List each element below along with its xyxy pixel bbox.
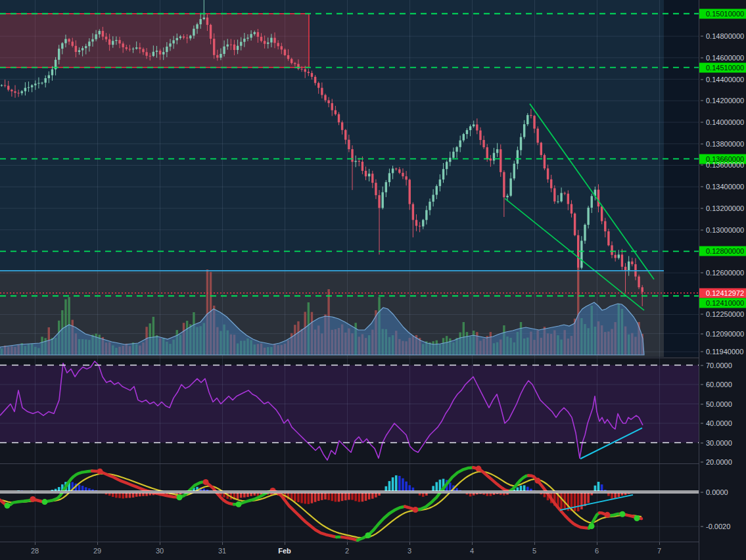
macd-histogram-bar	[338, 492, 340, 502]
price-tick-label: 0.14000000	[699, 118, 746, 128]
candle-body	[129, 49, 131, 49]
candle-body	[169, 43, 171, 47]
candle-body	[358, 161, 360, 162]
candle-body	[105, 37, 107, 39]
macd-histogram-bar	[395, 475, 398, 492]
macd-histogram-bar	[577, 492, 580, 511]
time-tick-label: 7	[657, 547, 661, 555]
macd-histogram-bar	[365, 492, 367, 501]
candle-body	[429, 202, 431, 210]
macd-histogram-bar	[294, 492, 296, 502]
candle-body	[166, 47, 168, 52]
candle-body	[281, 46, 283, 49]
macd-histogram-bar	[358, 492, 360, 502]
candle-body	[523, 124, 525, 137]
candle-body	[210, 25, 212, 39]
candle-body	[422, 220, 424, 227]
candle-body	[115, 40, 117, 41]
candle-body	[311, 73, 313, 77]
candle-body	[149, 56, 151, 57]
candle-body	[442, 169, 444, 179]
macd-turn-dot	[42, 499, 48, 505]
macd-histogram-bar	[611, 492, 613, 499]
candle-body	[587, 208, 589, 225]
candle-body	[513, 164, 515, 178]
candle-body	[145, 52, 147, 56]
candle-body	[591, 196, 593, 208]
price-tick-label: 0.12090000	[699, 329, 746, 338]
candle-body	[520, 137, 522, 150]
candle-body	[607, 231, 609, 245]
candle-body	[567, 194, 569, 204]
time-axis[interactable]: 28293031Feb234567	[0, 542, 699, 560]
macd-histogram-bar	[402, 478, 404, 492]
candle-body	[196, 24, 198, 29]
candle-body	[335, 110, 337, 114]
candle-body	[31, 85, 33, 87]
macd-histogram-bar	[335, 492, 337, 502]
candle-body	[641, 287, 643, 292]
chart-canvas[interactable]	[0, 0, 699, 560]
candle-body	[344, 130, 346, 140]
candle-body	[102, 31, 104, 37]
candle-body	[378, 195, 380, 208]
candle-body	[267, 43, 269, 44]
macd-histogram-bar	[580, 492, 583, 509]
candle-body	[506, 196, 508, 197]
rsi-tick-label: 60.0000	[699, 380, 746, 390]
candle-body	[618, 254, 620, 258]
macd-turn-dot	[589, 523, 595, 529]
candle-body	[85, 46, 87, 48]
macd-turn-dot	[236, 502, 242, 507]
macd-histogram-bar	[368, 492, 371, 500]
candle-body	[237, 46, 239, 50]
macd-turn-dot	[413, 507, 419, 513]
candle-body	[348, 140, 350, 149]
price-level-label: 0.14510000	[699, 62, 746, 72]
candle-body	[162, 52, 164, 55]
macd-histogram-bar	[354, 492, 357, 501]
time-tick-label: 29	[93, 547, 101, 555]
candle-body	[206, 18, 208, 25]
candle-body	[452, 152, 454, 158]
candle-body	[156, 51, 158, 52]
candle-body	[611, 245, 613, 255]
candle-body	[4, 85, 6, 86]
candle-body	[64, 39, 66, 43]
candle-body	[604, 221, 606, 231]
candle-body	[72, 41, 74, 45]
time-tick-label: 31	[218, 547, 226, 555]
candle-body	[536, 129, 538, 143]
time-tick-mark	[160, 542, 160, 545]
rsi-tick-label: 40.0000	[699, 419, 746, 429]
candle-body	[14, 91, 16, 93]
macd-histogram-bar	[327, 492, 330, 500]
price-tick-label: 0.11940000	[699, 347, 746, 357]
candle-body	[95, 34, 97, 39]
candle-body	[257, 32, 259, 37]
macd-histogram-bar	[308, 492, 310, 504]
time-tick-mark	[347, 542, 348, 545]
macd-histogram-bar	[304, 492, 306, 503]
candle-body	[246, 37, 248, 38]
macd-histogram-bar	[297, 492, 300, 502]
candle-body	[243, 39, 245, 42]
candle-body	[297, 64, 299, 68]
price-axis[interactable]: 0.150100000.148000000.146000000.14510000…	[699, 0, 746, 560]
candle-body	[304, 69, 306, 72]
time-tick-label: 30	[156, 547, 164, 555]
macd-histogram-bar	[398, 476, 401, 492]
price-tick-label: 0.12600000	[699, 268, 746, 278]
candle-body	[183, 36, 185, 37]
macd-turn-dot	[365, 532, 371, 538]
candle-body	[284, 49, 286, 55]
candle-body	[139, 47, 141, 49]
macd-turn-dot	[605, 512, 611, 518]
price-tick-label: 0.14600000	[699, 53, 746, 62]
candle-body	[321, 88, 323, 95]
macd-histogram-bar	[314, 492, 317, 502]
candle-body	[314, 77, 316, 83]
price-tick-label: 0.14800000	[699, 32, 746, 41]
candle-body	[108, 39, 110, 45]
rsi-tick-label: 30.0000	[699, 438, 746, 448]
